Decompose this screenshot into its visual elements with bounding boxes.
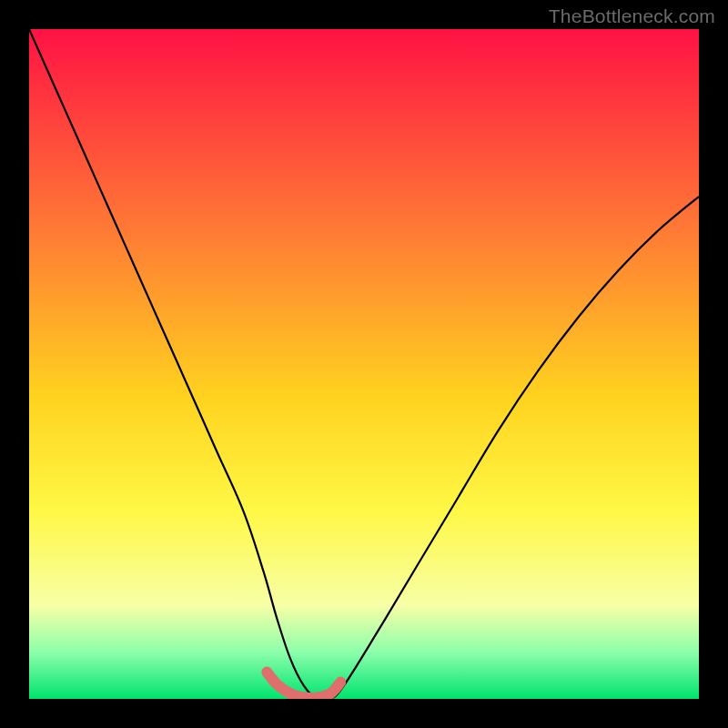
- watermark-text: TheBottleneck.com: [549, 5, 715, 27]
- gradient-background: [29, 29, 699, 699]
- bottleneck-chart: [0, 0, 728, 728]
- chart-frame: TheBottleneck.com: [0, 0, 728, 728]
